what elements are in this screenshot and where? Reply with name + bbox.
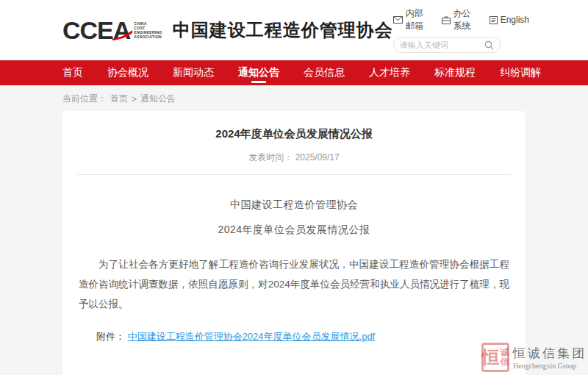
site-logo[interactable]: CCEA CHINA COST ENGINEERING ASSOCIATION … <box>62 18 393 43</box>
article-title: 2024年度单位会员发展情况公报 <box>77 124 511 141</box>
briefcase-icon <box>442 16 451 24</box>
signature-block: 中国建设工程造价管理协会 2025年9月17日 <box>358 371 477 375</box>
breadcrumb-separator: > <box>132 94 137 104</box>
breadcrumb-current: 通知公告 <box>140 93 176 105</box>
site-header: CCEA CHINA COST ENGINEERING ASSOCIATION … <box>0 0 588 60</box>
logo-acronym: CCEA <box>62 18 130 43</box>
nav-item-label: 会员信息 <box>304 66 345 79</box>
nav-item-member-info[interactable]: 会员信息 <box>304 60 345 85</box>
language-icon <box>490 16 498 24</box>
publish-meta: 发表时间： 2025/09/17 <box>77 151 511 164</box>
mail-icon <box>393 16 403 24</box>
content-panel: 2024年度单位会员发展情况公报 发表时间： 2025/09/17 中国建设工程… <box>62 111 526 375</box>
search-box <box>393 37 501 53</box>
search-input[interactable] <box>400 40 484 49</box>
nav-item-talent-training[interactable]: 人才培养 <box>369 60 410 85</box>
internal-mail-link[interactable]: 内部邮箱 <box>393 7 431 32</box>
nav-item-association-overview[interactable]: 协会概况 <box>107 60 148 85</box>
divider <box>77 174 511 175</box>
site-title: 中国建设工程造价管理协会 <box>173 18 393 42</box>
nav-item-dispute-mediation[interactable]: 纠纷调解 <box>500 60 541 85</box>
nav-item-home[interactable]: 首页 <box>62 60 83 85</box>
english-link[interactable]: English <box>490 15 529 25</box>
quick-link-label: 内部邮箱 <box>406 7 431 32</box>
active-tab-indicator <box>251 81 266 83</box>
nav-item-standards[interactable]: 标准规程 <box>434 60 476 85</box>
article-org-line: 中国建设工程造价管理协会 <box>77 199 511 212</box>
nav-item-label: 纠纷调解 <box>500 66 541 79</box>
breadcrumb-prefix: 当前位置： <box>62 93 107 105</box>
nav-item-label: 协会概况 <box>107 66 148 79</box>
nav-item-label: 新闻动态 <box>173 66 214 79</box>
logo-swoosh-icon <box>111 29 133 41</box>
publish-date: 2025/09/17 <box>295 152 340 162</box>
nav-item-news[interactable]: 新闻动态 <box>173 60 214 85</box>
article-subtitle: 2024年度单位会员发展情况公报 <box>77 224 511 237</box>
search-icon[interactable] <box>484 40 494 50</box>
main-nav: 首页 协会概况 新闻动态 通知公告 会员信息 人才培养 标准规程 纠纷调解 <box>0 60 588 85</box>
breadcrumb: 当前位置： 首页 > 通知公告 <box>0 85 588 111</box>
article-paragraph: 为了让社会各方更好地了解工程造价咨询行业发展状况，中国建设工程造价管理协会根据工… <box>77 254 511 314</box>
logo-subtext: CHINA COST ENGINEERING ASSOCIATION <box>134 21 162 39</box>
attachment-link[interactable]: 中国建设工程造价管理协会2024年度单位会员发展情况.pdf <box>128 331 376 342</box>
office-system-link[interactable]: 办公系统 <box>442 7 479 32</box>
header-utilities: 内部邮箱 办公系统 English <box>393 7 529 53</box>
nav-item-label: 首页 <box>62 66 83 79</box>
breadcrumb-home-link[interactable]: 首页 <box>110 93 128 105</box>
quick-links: 内部邮箱 办公系统 English <box>393 7 529 32</box>
signature-org: 中国建设工程造价管理协会 <box>358 371 477 375</box>
quick-link-label: 办公系统 <box>453 7 479 32</box>
nav-item-label: 标准规程 <box>434 66 476 79</box>
publish-label: 发表时间： <box>248 152 293 162</box>
nav-item-notices[interactable]: 通知公告 <box>238 60 279 85</box>
quick-link-label: English <box>501 15 529 25</box>
nav-item-label: 通知公告 <box>238 66 279 79</box>
attachment-row: 附件： 中国建设工程造价管理协会2024年度单位会员发展情况.pdf <box>77 330 511 343</box>
nav-item-label: 人才培养 <box>369 66 410 79</box>
attachment-label: 附件： <box>96 331 125 342</box>
logo-subtext-line: ASSOCIATION <box>134 35 162 39</box>
